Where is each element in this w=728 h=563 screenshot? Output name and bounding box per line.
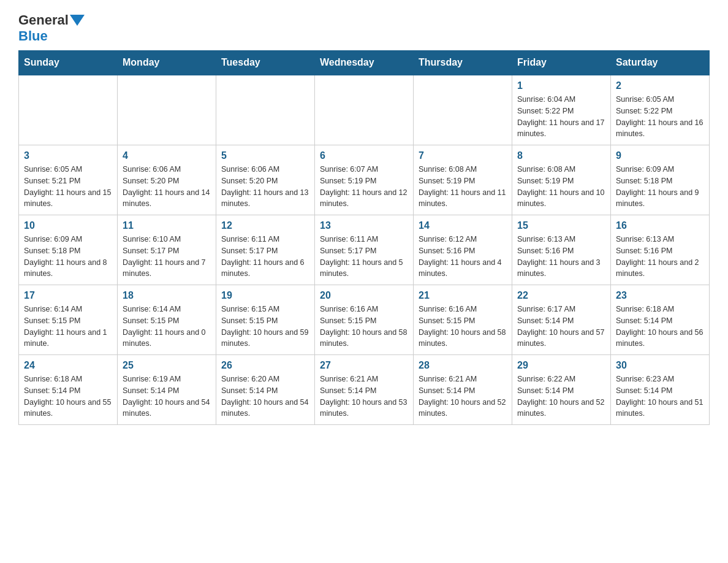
day-number: 27 xyxy=(320,360,408,371)
day-number: 23 xyxy=(616,290,704,301)
calendar-cell: 16Sunrise: 6:13 AM Sunset: 5:16 PM Dayli… xyxy=(611,215,710,285)
calendar-cell: 21Sunrise: 6:16 AM Sunset: 5:15 PM Dayli… xyxy=(414,285,512,355)
logo: General Blue xyxy=(18,12,86,44)
calendar-week-1: 1Sunrise: 6:04 AM Sunset: 5:22 PM Daylig… xyxy=(19,75,710,145)
day-info: Sunrise: 6:11 AM Sunset: 5:17 PM Dayligh… xyxy=(221,234,309,280)
day-info: Sunrise: 6:13 AM Sunset: 5:16 PM Dayligh… xyxy=(616,234,704,280)
calendar-cell xyxy=(414,75,512,145)
day-number: 19 xyxy=(221,290,309,301)
calendar-cell: 30Sunrise: 6:23 AM Sunset: 5:14 PM Dayli… xyxy=(611,355,710,425)
day-number: 11 xyxy=(123,220,211,231)
calendar-cell: 6Sunrise: 6:07 AM Sunset: 5:19 PM Daylig… xyxy=(315,145,414,215)
day-info: Sunrise: 6:09 AM Sunset: 5:18 PM Dayligh… xyxy=(24,234,112,280)
calendar-cell: 13Sunrise: 6:11 AM Sunset: 5:17 PM Dayli… xyxy=(315,215,414,285)
calendar-body: 1Sunrise: 6:04 AM Sunset: 5:22 PM Daylig… xyxy=(19,75,710,425)
weekday-header-tuesday: Tuesday xyxy=(216,51,315,75)
day-number: 7 xyxy=(419,150,507,161)
calendar-cell: 1Sunrise: 6:04 AM Sunset: 5:22 PM Daylig… xyxy=(512,75,611,145)
calendar-cell xyxy=(315,75,414,145)
day-number: 22 xyxy=(517,290,605,301)
day-info: Sunrise: 6:15 AM Sunset: 5:15 PM Dayligh… xyxy=(221,304,309,350)
day-info: Sunrise: 6:05 AM Sunset: 5:21 PM Dayligh… xyxy=(24,164,112,210)
logo-general-text: General xyxy=(18,12,69,28)
day-info: Sunrise: 6:22 AM Sunset: 5:14 PM Dayligh… xyxy=(517,373,605,419)
day-number: 1 xyxy=(517,80,605,91)
calendar-cell: 23Sunrise: 6:18 AM Sunset: 5:14 PM Dayli… xyxy=(611,285,710,355)
weekday-header-wednesday: Wednesday xyxy=(315,51,414,75)
day-number: 3 xyxy=(24,150,112,161)
calendar-cell: 27Sunrise: 6:21 AM Sunset: 5:14 PM Dayli… xyxy=(315,355,414,425)
calendar-cell: 26Sunrise: 6:20 AM Sunset: 5:14 PM Dayli… xyxy=(216,355,315,425)
day-number: 16 xyxy=(616,220,704,231)
calendar-cell xyxy=(118,75,216,145)
calendar-cell: 15Sunrise: 6:13 AM Sunset: 5:16 PM Dayli… xyxy=(512,215,611,285)
day-info: Sunrise: 6:18 AM Sunset: 5:14 PM Dayligh… xyxy=(24,373,112,419)
weekday-header-saturday: Saturday xyxy=(611,51,710,75)
day-info: Sunrise: 6:12 AM Sunset: 5:16 PM Dayligh… xyxy=(419,234,507,280)
weekday-header-row: SundayMondayTuesdayWednesdayThursdayFrid… xyxy=(19,51,710,75)
day-info: Sunrise: 6:21 AM Sunset: 5:14 PM Dayligh… xyxy=(320,373,408,419)
day-number: 14 xyxy=(419,220,507,231)
weekday-header-sunday: Sunday xyxy=(19,51,118,75)
day-info: Sunrise: 6:10 AM Sunset: 5:17 PM Dayligh… xyxy=(123,234,211,280)
day-number: 30 xyxy=(616,360,704,371)
day-info: Sunrise: 6:08 AM Sunset: 5:19 PM Dayligh… xyxy=(419,164,507,210)
day-number: 25 xyxy=(123,360,211,371)
calendar-cell: 12Sunrise: 6:11 AM Sunset: 5:17 PM Dayli… xyxy=(216,215,315,285)
calendar-cell: 10Sunrise: 6:09 AM Sunset: 5:18 PM Dayli… xyxy=(19,215,118,285)
day-number: 4 xyxy=(123,150,211,161)
calendar-week-2: 3Sunrise: 6:05 AM Sunset: 5:21 PM Daylig… xyxy=(19,145,710,215)
day-number: 20 xyxy=(320,290,408,301)
calendar-cell: 18Sunrise: 6:14 AM Sunset: 5:15 PM Dayli… xyxy=(118,285,216,355)
day-info: Sunrise: 6:19 AM Sunset: 5:14 PM Dayligh… xyxy=(123,373,211,419)
calendar-week-4: 17Sunrise: 6:14 AM Sunset: 5:15 PM Dayli… xyxy=(19,285,710,355)
calendar-cell: 17Sunrise: 6:14 AM Sunset: 5:15 PM Dayli… xyxy=(19,285,118,355)
calendar-cell: 22Sunrise: 6:17 AM Sunset: 5:14 PM Dayli… xyxy=(512,285,611,355)
day-info: Sunrise: 6:16 AM Sunset: 5:15 PM Dayligh… xyxy=(419,304,507,350)
calendar-week-3: 10Sunrise: 6:09 AM Sunset: 5:18 PM Dayli… xyxy=(19,215,710,285)
day-number: 2 xyxy=(616,80,704,91)
weekday-header-thursday: Thursday xyxy=(414,51,512,75)
day-info: Sunrise: 6:04 AM Sunset: 5:22 PM Dayligh… xyxy=(517,94,605,140)
day-info: Sunrise: 6:08 AM Sunset: 5:19 PM Dayligh… xyxy=(517,164,605,210)
day-info: Sunrise: 6:11 AM Sunset: 5:17 PM Dayligh… xyxy=(320,234,408,280)
day-number: 6 xyxy=(320,150,408,161)
day-number: 8 xyxy=(517,150,605,161)
day-info: Sunrise: 6:05 AM Sunset: 5:22 PM Dayligh… xyxy=(616,94,704,140)
calendar-cell: 14Sunrise: 6:12 AM Sunset: 5:16 PM Dayli… xyxy=(414,215,512,285)
day-info: Sunrise: 6:18 AM Sunset: 5:14 PM Dayligh… xyxy=(616,304,704,350)
calendar-cell: 19Sunrise: 6:15 AM Sunset: 5:15 PM Dayli… xyxy=(216,285,315,355)
day-number: 29 xyxy=(517,360,605,371)
calendar-cell: 20Sunrise: 6:16 AM Sunset: 5:15 PM Dayli… xyxy=(315,285,414,355)
calendar-cell: 2Sunrise: 6:05 AM Sunset: 5:22 PM Daylig… xyxy=(611,75,710,145)
calendar-cell: 28Sunrise: 6:21 AM Sunset: 5:14 PM Dayli… xyxy=(414,355,512,425)
calendar-cell: 5Sunrise: 6:06 AM Sunset: 5:20 PM Daylig… xyxy=(216,145,315,215)
calendar-cell: 4Sunrise: 6:06 AM Sunset: 5:20 PM Daylig… xyxy=(118,145,216,215)
day-number: 24 xyxy=(24,360,112,371)
day-number: 26 xyxy=(221,360,309,371)
calendar-cell xyxy=(216,75,315,145)
day-info: Sunrise: 6:21 AM Sunset: 5:14 PM Dayligh… xyxy=(419,373,507,419)
calendar-cell: 3Sunrise: 6:05 AM Sunset: 5:21 PM Daylig… xyxy=(19,145,118,215)
day-number: 10 xyxy=(24,220,112,231)
calendar-cell: 7Sunrise: 6:08 AM Sunset: 5:19 PM Daylig… xyxy=(414,145,512,215)
calendar-cell: 11Sunrise: 6:10 AM Sunset: 5:17 PM Dayli… xyxy=(118,215,216,285)
day-info: Sunrise: 6:07 AM Sunset: 5:19 PM Dayligh… xyxy=(320,164,408,210)
calendar-cell: 8Sunrise: 6:08 AM Sunset: 5:19 PM Daylig… xyxy=(512,145,611,215)
day-info: Sunrise: 6:20 AM Sunset: 5:14 PM Dayligh… xyxy=(221,373,309,419)
calendar-cell: 9Sunrise: 6:09 AM Sunset: 5:18 PM Daylig… xyxy=(611,145,710,215)
page-header: General Blue xyxy=(18,12,710,44)
day-info: Sunrise: 6:09 AM Sunset: 5:18 PM Dayligh… xyxy=(616,164,704,210)
day-info: Sunrise: 6:06 AM Sunset: 5:20 PM Dayligh… xyxy=(123,164,211,210)
day-number: 5 xyxy=(221,150,309,161)
day-info: Sunrise: 6:23 AM Sunset: 5:14 PM Dayligh… xyxy=(616,373,704,419)
day-info: Sunrise: 6:17 AM Sunset: 5:14 PM Dayligh… xyxy=(517,304,605,350)
day-number: 13 xyxy=(320,220,408,231)
day-info: Sunrise: 6:16 AM Sunset: 5:15 PM Dayligh… xyxy=(320,304,408,350)
calendar-cell: 24Sunrise: 6:18 AM Sunset: 5:14 PM Dayli… xyxy=(19,355,118,425)
day-info: Sunrise: 6:13 AM Sunset: 5:16 PM Dayligh… xyxy=(517,234,605,280)
calendar-table: SundayMondayTuesdayWednesdayThursdayFrid… xyxy=(18,50,710,425)
day-number: 15 xyxy=(517,220,605,231)
calendar-cell: 29Sunrise: 6:22 AM Sunset: 5:14 PM Dayli… xyxy=(512,355,611,425)
day-number: 28 xyxy=(419,360,507,371)
